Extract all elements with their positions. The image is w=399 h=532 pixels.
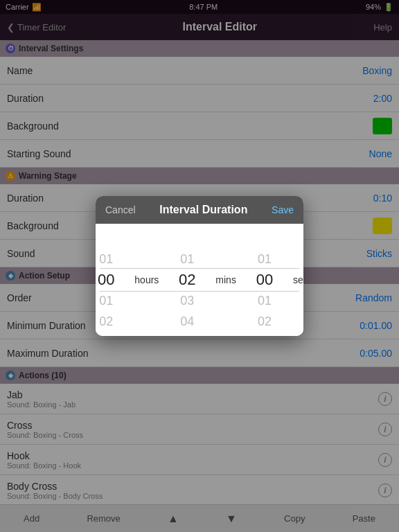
picker-columns-wrapper: 01 00 01 02 hours 01 02 [96,228,303,332]
picker-selected-mins: 02 [163,269,211,290]
modal-title: Interval Duration [159,204,247,216]
mins-column[interactable]: 01 02 03 04 [163,228,211,332]
picker-item [96,228,130,249]
modal-cancel-button[interactable]: Cancel [105,204,136,215]
secs-column[interactable]: 01 00 01 02 [240,228,289,332]
modal-header: Cancel Interval Duration Save [96,196,303,224]
time-picker[interactable]: 01 00 01 02 hours 01 02 [96,224,303,336]
picker-item: 02 [240,311,289,332]
interval-duration-modal: Cancel Interval Duration Save 01 00 01 0… [96,196,303,336]
hours-column[interactable]: 01 00 01 02 [96,228,130,332]
picker-item: 01 [240,290,289,311]
picker-item [163,228,211,249]
picker-item [240,228,289,249]
secs-label-sep: secs [289,228,303,332]
picker-selected-hours: 00 [96,269,130,290]
picker-item: 01 [96,290,130,311]
picker-item: 01 [96,249,130,269]
hours-label-sep: hours [130,228,163,332]
picker-item: 04 [163,311,211,332]
modal-overlay[interactable]: Cancel Interval Duration Save 01 00 01 0… [0,0,399,532]
picker-item: 03 [163,290,211,311]
modal-save-button[interactable]: Save [272,204,294,215]
picker-item: 02 [96,311,130,332]
picker-item: 01 [240,249,289,269]
mins-label-sep: mins [211,228,240,332]
picker-selected-secs: 00 [240,269,289,290]
picker-item: 01 [163,249,211,269]
